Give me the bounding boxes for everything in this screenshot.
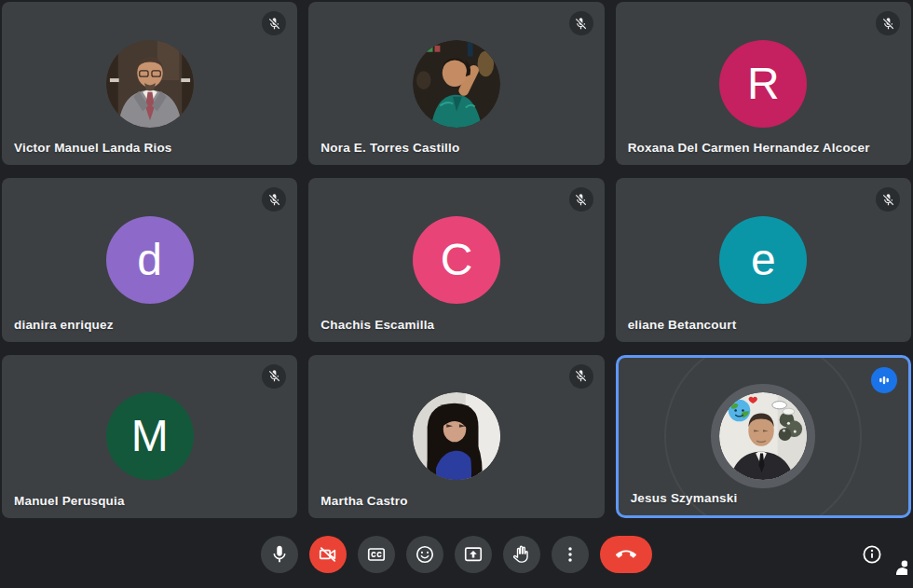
emoji-smile-icon — [415, 544, 435, 565]
closed-captions-icon — [366, 544, 387, 565]
meeting-details-button[interactable] — [861, 542, 885, 567]
participant-tile[interactable]: Martha Castro — [308, 355, 604, 518]
three-dots-vertical-icon — [560, 544, 580, 565]
participant-name: Martha Castro — [320, 494, 407, 508]
mic-off-badge — [569, 187, 593, 212]
mic-off-icon — [267, 193, 281, 207]
mic-off-badge — [262, 364, 286, 389]
avatar-photo-woman-teal-blouse — [413, 40, 500, 128]
participants-grid: Victor Manuel Landa Rios — [0, 0, 913, 520]
mic-off-badge — [876, 11, 900, 35]
avatar — [413, 40, 500, 128]
avatar-letter: C — [441, 238, 473, 282]
mic-off-badge — [569, 364, 593, 389]
microphone-button[interactable] — [261, 536, 298, 573]
avatar-letter: R — [747, 62, 780, 106]
mic-off-icon — [881, 193, 895, 207]
participant-name: Chachis Escamilla — [320, 318, 434, 332]
avatar-initial: R — [719, 40, 807, 128]
camera-off-button[interactable] — [309, 536, 347, 573]
avatar — [413, 392, 500, 480]
avatar-initial: C — [413, 216, 500, 304]
mic-off-icon — [574, 193, 588, 207]
more-options-button[interactable] — [552, 536, 589, 573]
avatar — [711, 384, 815, 488]
speaking-indicator-badge — [871, 367, 897, 393]
info-icon — [861, 543, 883, 566]
present-screen-button[interactable] — [455, 536, 492, 573]
participant-tile[interactable]: Victor Manuel Landa Rios — [2, 2, 297, 165]
mic-on-icon — [269, 544, 290, 565]
participant-name: Manuel Perusquia — [14, 494, 125, 508]
call-end-icon — [616, 544, 636, 565]
partial-people-icon — [894, 560, 907, 575]
raise-hand-icon — [511, 544, 532, 565]
end-call-button[interactable] — [600, 536, 652, 573]
participant-name: dianira enriquez — [14, 318, 114, 332]
mic-off-badge — [262, 187, 286, 212]
participant-tile[interactable]: M Manuel Perusquia — [2, 355, 297, 518]
participant-name: Roxana Del Carmen Hernandez Alcocer — [628, 141, 870, 155]
avatar — [106, 40, 194, 128]
participant-tile[interactable]: C Chachis Escamilla — [308, 178, 604, 341]
participant-tile[interactable]: Nora E. Torres Castillo — [308, 2, 604, 165]
audio-level-icon — [876, 372, 893, 389]
avatar-letter: d — [137, 238, 162, 282]
mic-off-icon — [881, 17, 895, 31]
participant-name: Victor Manuel Landa Rios — [14, 141, 172, 155]
avatar-photo-man-gray-suit — [106, 40, 194, 128]
captions-button[interactable] — [358, 536, 395, 573]
mic-off-badge — [876, 187, 900, 212]
participant-name: Jesus Szymanski — [631, 491, 738, 505]
earth-sticker — [729, 400, 751, 422]
participant-name: Nora E. Torres Castillo — [320, 141, 459, 155]
avatar-initial: d — [106, 216, 194, 304]
mic-off-badge — [569, 11, 593, 35]
avatar-letter: e — [751, 238, 776, 282]
participant-tile[interactable]: d dianira enriquez — [2, 178, 297, 341]
raise-hand-button[interactable] — [503, 536, 540, 573]
mic-off-icon — [267, 17, 281, 31]
call-controls-toolbar — [0, 520, 913, 588]
avatar-letter: M — [131, 414, 169, 458]
present-to-all-icon — [463, 544, 484, 565]
avatar-photo-woman-blue-top — [413, 392, 500, 480]
avatar-initial: e — [719, 216, 807, 304]
avatar-initial: M — [106, 392, 194, 480]
avatar-photo-man-stickers — [719, 392, 807, 480]
participant-tile-active-speaker[interactable]: Jesus Szymanski — [616, 355, 911, 518]
mic-off-icon — [574, 369, 588, 383]
mic-off-icon — [267, 369, 281, 383]
reactions-button[interactable] — [406, 536, 443, 573]
participant-name: eliane Betancourt — [628, 318, 737, 332]
mic-off-badge — [262, 11, 286, 35]
participant-tile[interactable]: R Roxana Del Carmen Hernandez Alcocer — [616, 2, 911, 165]
mic-off-icon — [574, 17, 588, 31]
participant-tile[interactable]: e eliane Betancourt — [616, 178, 911, 341]
videocam-off-icon — [318, 544, 338, 565]
